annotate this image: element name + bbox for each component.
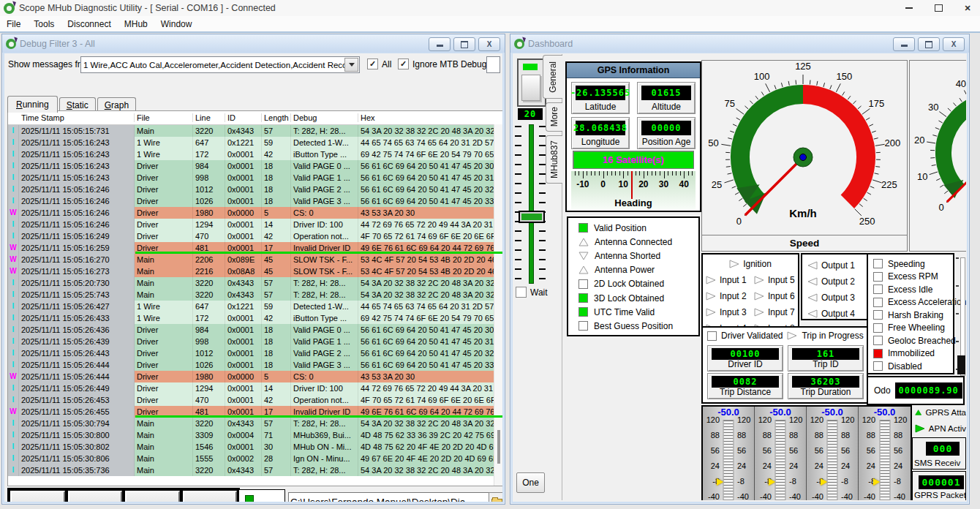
- main-window-title: Scope MHub Diagnostic Utility - [ Serial…: [19, 3, 276, 13]
- table-row[interactable]: I2025/11/11 15:05:16:246Driver12940x0001…: [8, 219, 502, 230]
- tab-graph[interactable]: Graph: [97, 97, 136, 112]
- table-row[interactable]: I2025/11/11 15:05:16:246Driver10260x0001…: [8, 195, 502, 207]
- table-row[interactable]: I2025/11/11 15:05:26:453Driver4700x00014…: [8, 394, 502, 406]
- close-button[interactable]: X: [943, 37, 965, 51]
- table-row[interactable]: I2025/11/11 15:05:26:4271 Wire6470x12215…: [8, 301, 502, 312]
- right-edge-slider[interactable]: [956, 257, 966, 376]
- analog-pointer-icon[interactable]: [717, 478, 723, 486]
- dashboard-tab-general[interactable]: General: [543, 55, 562, 99]
- col-length[interactable]: Length: [262, 113, 291, 122]
- menu-window[interactable]: Window: [154, 18, 199, 31]
- minimize-button[interactable]: [429, 37, 451, 51]
- table-row[interactable]: W2025/11/11 15:05:16:270Main22060x089E45…: [8, 254, 502, 265]
- message-filter-dropdown[interactable]: 1 Wire,ACC Auto Cal,Accelerometer,Accide…: [80, 56, 360, 73]
- dashboard-titlebar[interactable]: Dashboard X: [510, 34, 969, 53]
- close-button[interactable]: X: [478, 37, 500, 51]
- driver-validated-checkbox[interactable]: [707, 331, 717, 341]
- cell-line: 1012: [193, 184, 225, 195]
- table-row[interactable]: I2025/11/11 15:05:16:243Driver9840x00011…: [8, 160, 502, 172]
- slider-thumb[interactable]: [957, 355, 965, 374]
- table-row[interactable]: I2025/11/11 15:05:30:800Main33090x000471…: [8, 429, 502, 441]
- cell-hex: 44 72 69 76 65 72 20 49 44 3A 20 31 3...: [358, 219, 502, 230]
- table-row[interactable]: I2025/11/11 15:05:26:443Driver10120x0001…: [8, 347, 502, 359]
- table-row[interactable]: I2025/11/11 15:05:26:439Driver9980x00011…: [8, 336, 502, 347]
- table-row[interactable]: W2025/11/11 15:05:16:259Driver4810x00011…: [8, 242, 502, 254]
- tab-static[interactable]: Static: [59, 97, 96, 112]
- table-row[interactable]: I2025/11/11 15:05:26:449Driver12940x0001…: [8, 382, 502, 394]
- close-icon[interactable]: ✕: [961, 2, 974, 14]
- debug-window-titlebar[interactable]: Debug Filter 3 - All X: [2, 34, 505, 53]
- table-row[interactable]: I2025/11/11 15:05:25:743Main32200x434357…: [8, 289, 502, 301]
- table-row[interactable]: I2025/11/11 15:05:26:4331 Wire1720x00014…: [8, 312, 502, 324]
- col-hex[interactable]: Hex: [358, 113, 502, 122]
- analog-pointer-icon[interactable]: [873, 478, 880, 486]
- more-button[interactable]: [183, 491, 238, 502]
- minimize-icon[interactable]: [902, 2, 916, 14]
- restore-button[interactable]: [918, 37, 940, 51]
- table-row[interactable]: W2025/11/11 15:05:26:455Driver4810x00011…: [8, 406, 502, 418]
- stop-button[interactable]: [125, 491, 180, 502]
- menu-disconnect[interactable]: Disconnect: [61, 18, 117, 31]
- scrollbar-thumb[interactable]: [497, 430, 500, 464]
- slider-thumb[interactable]: [519, 211, 545, 223]
- minimize-button[interactable]: [893, 37, 915, 51]
- cell-file: Driver: [135, 336, 193, 347]
- restore-button[interactable]: [453, 37, 475, 51]
- pause-button[interactable]: [68, 491, 123, 502]
- cell-hex: 54 3A 20 32 38 32 2C 20 48 3A 20 32 ...: [358, 277, 502, 289]
- table-row[interactable]: W2025/11/11 15:05:26:444Driver19800x0000…: [8, 371, 502, 382]
- col-id[interactable]: ID: [225, 113, 262, 122]
- table-row[interactable]: I2025/11/11 15:05:30:806Main15550x000228…: [8, 453, 502, 464]
- scale-label-right: 56: [841, 446, 857, 455]
- wait-checkbox[interactable]: [516, 287, 527, 298]
- menu-mhub[interactable]: MHub: [118, 18, 154, 31]
- trip-display-trip-duration: 36203Trip Duration: [788, 373, 864, 399]
- info-icon: I: [8, 195, 19, 207]
- analog-pointer-icon[interactable]: [821, 478, 827, 486]
- dashboard-tab-more[interactable]: More: [546, 102, 562, 132]
- col-time-stamp[interactable]: Time Stamp: [19, 113, 135, 122]
- all-checkbox[interactable]: [367, 59, 378, 69]
- table-row[interactable]: I2025/11/11 15:05:16:243Driver9980x00011…: [8, 172, 502, 184]
- sms-label: SMS Receiv: [914, 459, 965, 467]
- cell-len: 45: [262, 265, 291, 277]
- triangle-d-icon: [578, 252, 589, 260]
- play-button[interactable]: [10, 491, 65, 502]
- scale-label-left: 120: [755, 415, 772, 424]
- table-row[interactable]: I2025/11/11 15:05:26:436Driver9840x00011…: [8, 324, 502, 336]
- triangle-r-icon: [706, 292, 716, 301]
- table-row[interactable]: I2025/11/11 15:05:30:802Main15460x000130…: [8, 441, 502, 453]
- table-scrollbar[interactable]: [494, 124, 502, 486]
- table-row[interactable]: I2025/11/11 15:05:20:730Main32200x434357…: [8, 277, 502, 289]
- ignore-mtb-checkbox[interactable]: [398, 59, 409, 69]
- menu-tools[interactable]: Tools: [27, 18, 61, 31]
- table-row[interactable]: W2025/11/11 15:05:16:273Main22160x08A845…: [8, 265, 502, 277]
- table-row[interactable]: W2025/11/11 15:05:16:246Driver19800x0000…: [8, 207, 502, 219]
- gprs-attached-row: GPRS Atta: [915, 408, 966, 417]
- table-row[interactable]: I2025/11/11 15:05:30:794Main32200x434357…: [8, 418, 502, 429]
- table-row[interactable]: I2025/11/11 15:05:16:2431 Wire1720x00014…: [8, 148, 502, 160]
- cell-line: 2216: [193, 265, 225, 277]
- open-folder-button[interactable]: [489, 492, 502, 502]
- col-debug[interactable]: Debug: [291, 113, 358, 122]
- debug-toggle-switch[interactable]: [517, 59, 546, 107]
- col-line[interactable]: Line: [193, 113, 225, 122]
- one-button[interactable]: One: [516, 472, 545, 493]
- table-row[interactable]: I2025/11/11 15:05:26:444Driver10260x0001…: [8, 359, 502, 371]
- tab-running[interactable]: Running: [7, 96, 58, 113]
- dropdown-arrow-icon[interactable]: [344, 58, 358, 72]
- speed-slider[interactable]: [515, 124, 546, 284]
- table-row[interactable]: I2025/11/11 15:05:16:246Driver10120x0001…: [8, 184, 502, 195]
- scale-label-left: 24: [755, 461, 772, 470]
- table-row[interactable]: I2025/11/11 15:05:16:249Driver4700x00014…: [8, 230, 502, 242]
- menu-file[interactable]: File: [0, 18, 27, 31]
- small-text-input[interactable]: [486, 56, 500, 73]
- analog-pointer-icon[interactable]: [769, 478, 775, 486]
- dashboard-tab-mhub837[interactable]: MHub837: [546, 135, 562, 184]
- table-row[interactable]: I2025/11/11 15:05:16:2431 Wire6470x12215…: [8, 137, 502, 148]
- table-row[interactable]: I2025/11/11 15:05:35:736Main32200x434357…: [8, 464, 502, 476]
- maximize-icon[interactable]: [932, 2, 945, 14]
- log-path-input[interactable]: C:\Users\Fernando.Manuel\Desktop\Dia: [288, 492, 499, 502]
- col-file[interactable]: File: [135, 113, 193, 122]
- table-row[interactable]: I2025/11/11 15:05:15:731Main32200x434357…: [8, 125, 502, 137]
